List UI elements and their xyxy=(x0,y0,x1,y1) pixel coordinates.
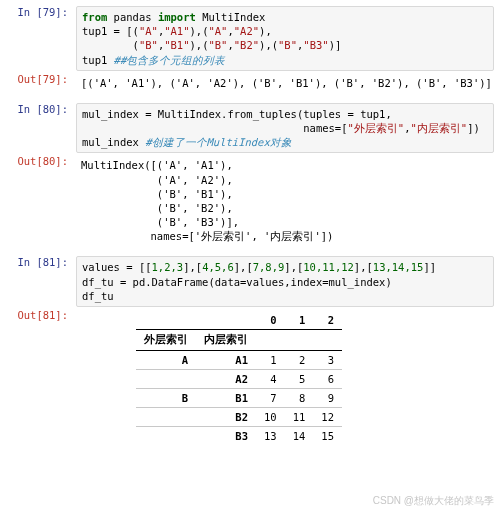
comment: #创建了一个MultiIndex对象 xyxy=(145,136,292,148)
table-row: A A1 1 2 3 xyxy=(136,350,342,369)
index0-name: 外层索引 xyxy=(136,329,196,350)
table-row: B B1 7 8 9 xyxy=(136,388,342,407)
output-81: 0 1 2 外层索引 内层索引 A A1 1 2 3 xyxy=(76,309,494,445)
index1-name: 内层索引 xyxy=(196,329,256,350)
code-in-81[interactable]: values = [[1,2,3],[4,5,6],[7,8,9],[10,11… xyxy=(76,256,494,307)
cell-in-80: In [80]: mul_index = MultiIndex.from_tup… xyxy=(6,103,494,154)
col-0: 0 xyxy=(256,311,285,330)
prompt-out-79: Out[79]: xyxy=(6,73,76,93)
cell-out-80: Out[80]: MultiIndex([('A', 'A1'), ('A', … xyxy=(6,155,494,246)
cell-out-81: Out[81]: 0 1 2 外层索引 内层索引 A xyxy=(6,309,494,445)
prompt-in-81: In [81]: xyxy=(6,256,76,307)
cell-in-79: In [79]: from pandas import MultiIndex t… xyxy=(6,6,494,71)
code-in-79[interactable]: from pandas import MultiIndex tup1 = [("… xyxy=(76,6,494,71)
table-row: B2 10 11 12 xyxy=(136,407,342,426)
comment: ##包含多个元组的列表 xyxy=(114,54,226,66)
output-79: [('A', 'A1'), ('A', 'A2'), ('B', 'B1'), … xyxy=(76,73,497,93)
cell-in-81: In [81]: values = [[1,2,3],[4,5,6],[7,8,… xyxy=(6,256,494,307)
kw-from: from xyxy=(82,11,107,23)
col-2: 2 xyxy=(313,311,342,330)
table-row: A2 4 5 6 xyxy=(136,369,342,388)
col-1: 1 xyxy=(285,311,314,330)
dataframe-table: 0 1 2 外层索引 内层索引 A A1 1 2 3 xyxy=(136,311,342,445)
prompt-out-81: Out[81]: xyxy=(6,309,76,445)
cell-out-79: Out[79]: [('A', 'A1'), ('A', 'A2'), ('B'… xyxy=(6,73,494,93)
output-80: MultiIndex([('A', 'A1'), ('A', 'A2'), ('… xyxy=(76,155,494,246)
prompt-in-79: In [79]: xyxy=(6,6,76,71)
prompt-out-80: Out[80]: xyxy=(6,155,76,246)
table-row: B3 13 14 15 xyxy=(136,426,342,445)
code-in-80[interactable]: mul_index = MultiIndex.from_tuples(tuple… xyxy=(76,103,494,154)
kw-import: import xyxy=(158,11,196,23)
prompt-in-80: In [80]: xyxy=(6,103,76,154)
